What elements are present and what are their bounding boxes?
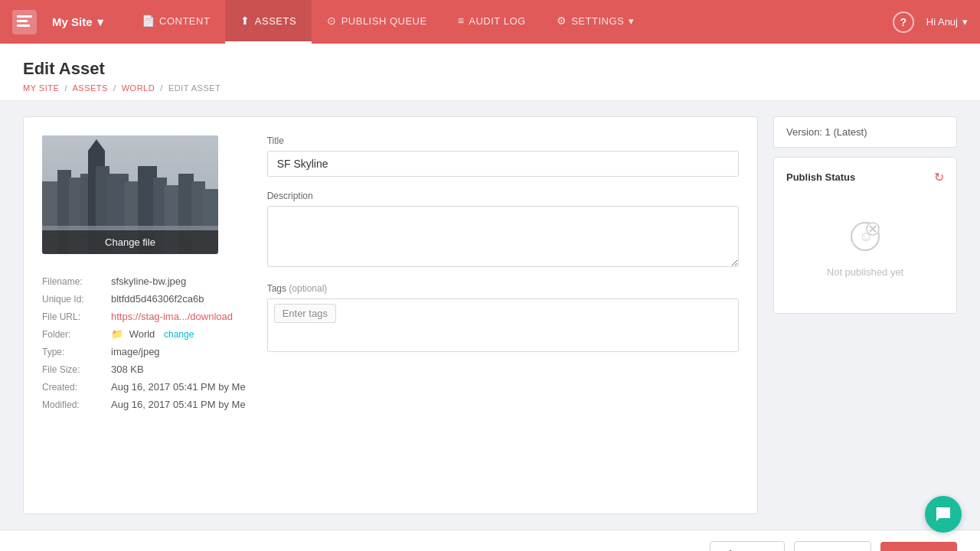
unique-id-label: Unique Id: <box>42 294 111 305</box>
logo-icon <box>12 10 37 34</box>
svg-rect-0 <box>17 15 32 18</box>
page-header: Edit Asset MY SITE / ASSETS / WORLD / ED… <box>0 44 980 101</box>
change-file-overlay[interactable]: Change file <box>42 230 218 254</box>
form-section: Title Description Tags (optional) Enter … <box>267 135 739 416</box>
breadcrumb-site[interactable]: MY SITE <box>23 83 59 93</box>
tags-optional: (optional) <box>289 283 327 294</box>
tab-audit-log[interactable]: ≡ AUDIT LOG <box>443 0 541 44</box>
app-logo[interactable] <box>12 10 37 34</box>
meta-folder: Folder: 📁 World change <box>42 328 246 340</box>
delete-button[interactable]: 🗑 Delete <box>710 541 786 551</box>
type-label: Type: <box>42 347 111 357</box>
tag-input[interactable]: Enter tags <box>274 304 336 323</box>
meta-file-size: File Size: 308 KB <box>42 364 246 375</box>
meta-filename: Filename: sfskyline-bw.jpeg <box>42 276 246 287</box>
file-size-value: 308 KB <box>111 364 144 375</box>
title-input[interactable] <box>267 151 739 177</box>
title-label: Title <box>267 135 739 146</box>
meta-created: Created: Aug 16, 2017 05:41 PM by Me <box>42 381 246 393</box>
filename-value: sfskyline-bw.jpeg <box>111 276 186 287</box>
user-greeting: Hi Anuj <box>926 16 958 28</box>
created-label: Created: <box>42 382 111 393</box>
breadcrumb: MY SITE / ASSETS / WORLD / EDIT ASSET <box>23 83 957 93</box>
description-label: Description <box>267 191 739 201</box>
meta-info: Filename: sfskyline-bw.jpeg Unique Id: b… <box>42 276 246 416</box>
nav-tabs: 📄 CONTENT ⬆ ASSETS ⊙ PUBLISH QUEUE ≡ AUD… <box>126 0 650 44</box>
user-chevron: ▾ <box>962 16 968 28</box>
description-group: Description <box>267 191 739 269</box>
modified-label: Modified: <box>42 399 111 410</box>
not-published-icon: ☺ <box>848 220 882 260</box>
tab-settings[interactable]: ⚙ SETTINGS ▾ <box>541 0 650 44</box>
modified-value: Aug 16, 2017 05:41 PM by Me <box>111 399 246 410</box>
title-group: Title <box>267 135 739 177</box>
breadcrumb-assets[interactable]: ASSETS <box>73 83 108 93</box>
tab-content[interactable]: 📄 CONTENT <box>126 0 226 44</box>
tags-label: Tags (optional) <box>267 283 739 294</box>
update-button[interactable]: ✓ Update <box>794 541 871 551</box>
publish-button[interactable]: ✓ Publish <box>880 542 957 551</box>
close-button[interactable]: Close <box>645 542 701 551</box>
created-value: Aug 16, 2017 05:41 PM by Me <box>111 381 246 393</box>
meta-file-url: File URL: https://stag-ima.../download <box>42 311 246 322</box>
breadcrumb-edit-asset: EDIT ASSET <box>168 83 220 93</box>
tab-assets[interactable]: ⬆ ASSETS <box>225 0 312 44</box>
publish-status-header: Publish Status ↻ <box>786 170 944 184</box>
assets-icon: ⬆ <box>240 15 250 27</box>
not-published-state: ☺ Not published yet <box>786 197 944 301</box>
version-text: Version: 1 (Latest) <box>786 126 867 138</box>
meta-unique-id: Unique Id: bltfdd5d46306f2ca6b <box>42 293 246 305</box>
footer-actions: Close 🗑 Delete ✓ Update ✓ Publish <box>0 530 980 551</box>
publish-queue-icon: ⊙ <box>327 15 337 27</box>
main-content: Change file Filename: sfskyline-bw.jpeg … <box>23 116 758 514</box>
publish-status-title: Publish Status <box>786 171 855 183</box>
meta-modified: Modified: Aug 16, 2017 05:41 PM by Me <box>42 399 246 410</box>
folder-value: 📁 World change <box>111 328 194 340</box>
site-name: My Site <box>52 15 93 28</box>
audit-log-icon: ≡ <box>458 15 465 27</box>
filename-label: Filename: <box>42 276 111 287</box>
publish-status-panel: Publish Status ↻ ☺ Not published yet <box>773 157 957 314</box>
content-icon: 📄 <box>142 15 155 27</box>
tab-publish-queue[interactable]: ⊙ PUBLISH QUEUE <box>312 0 442 44</box>
version-panel: Version: 1 (Latest) <box>773 116 957 148</box>
refresh-icon[interactable]: ↻ <box>934 170 944 184</box>
folder-icon: 📁 <box>111 328 123 340</box>
page-title: Edit Asset <box>23 59 957 79</box>
tab-audit-log-label: AUDIT LOG <box>469 15 525 27</box>
not-published-text: Not published yet <box>827 266 903 278</box>
tab-settings-label: SETTINGS <box>571 15 624 27</box>
sidebar-panel: Version: 1 (Latest) Publish Status ↻ ☺ N… <box>773 116 957 514</box>
tab-publish-queue-label: PUBLISH QUEUE <box>341 15 427 27</box>
help-button[interactable]: ? <box>893 11 914 33</box>
site-selector[interactable]: My Site ▾ <box>52 15 103 29</box>
settings-chevron: ▾ <box>629 15 635 27</box>
file-size-label: File Size: <box>42 364 111 375</box>
breadcrumb-world[interactable]: WORLD <box>122 83 155 93</box>
nav-right: ? Hi Anuj ▾ <box>893 11 968 33</box>
settings-icon: ⚙ <box>557 15 567 27</box>
file-url-label: File URL: <box>42 311 111 322</box>
tab-assets-label: ASSETS <box>255 15 296 27</box>
svg-rect-2 <box>17 24 30 27</box>
file-url-value[interactable]: https://stag-ima.../download <box>111 311 233 322</box>
unique-id-value: bltfdd5d46306f2ca6b <box>111 293 204 305</box>
top-navigation: My Site ▾ 📄 CONTENT ⬆ ASSETS ⊙ PUBLISH Q… <box>0 0 980 44</box>
asset-image-wrapper[interactable]: Change file <box>42 135 218 254</box>
type-value: image/jpeg <box>111 346 160 357</box>
folder-change-link[interactable]: change <box>164 329 194 340</box>
svg-rect-1 <box>17 20 28 22</box>
tab-content-label: CONTENT <box>159 15 210 27</box>
description-textarea[interactable] <box>267 206 739 267</box>
chat-widget[interactable] <box>925 496 962 533</box>
asset-container: Change file Filename: sfskyline-bw.jpeg … <box>42 135 739 416</box>
meta-type: Type: image/jpeg <box>42 346 246 357</box>
tags-container[interactable]: Enter tags <box>267 298 739 352</box>
tags-group: Tags (optional) Enter tags <box>267 283 739 352</box>
folder-label: Folder: <box>42 329 111 340</box>
site-chevron: ▾ <box>97 15 103 29</box>
user-menu[interactable]: Hi Anuj ▾ <box>926 16 968 28</box>
main-layout: Change file Filename: sfskyline-bw.jpeg … <box>0 101 980 530</box>
